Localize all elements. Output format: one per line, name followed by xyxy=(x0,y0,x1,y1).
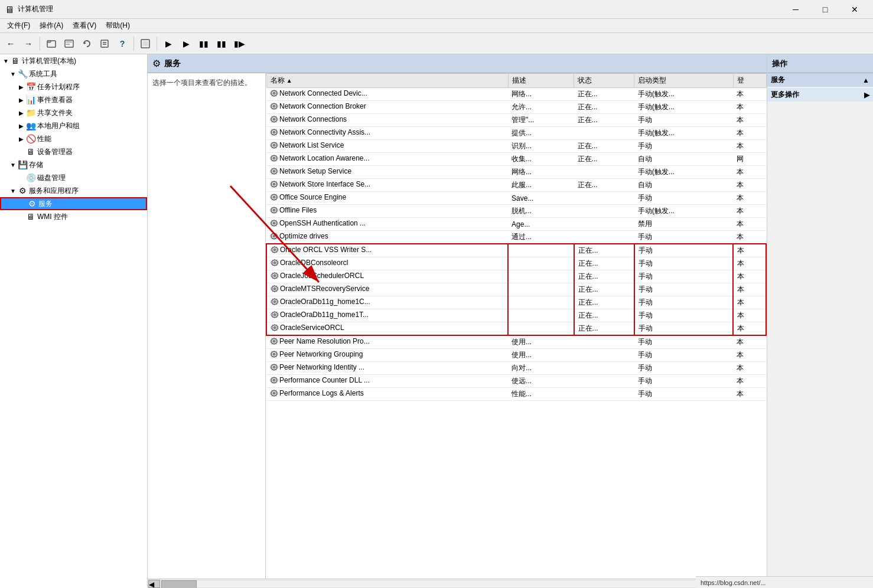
sidebar-item-shared-folders[interactable]: ▶ 📁 共享文件夹 xyxy=(0,106,147,119)
services-table-area[interactable]: 名称 ▲ 描述 状态 启动类型 登 Network C xyxy=(266,73,767,579)
sidebar-item-services-apps[interactable]: ▼ ⚙ 服务和应用程序 xyxy=(0,184,147,197)
properties-button[interactable] xyxy=(137,35,154,52)
service-name-cell[interactable]: Network List Service xyxy=(266,140,508,153)
tree-arrow-system-tools[interactable]: ▼ xyxy=(8,69,18,79)
service-name-cell[interactable]: Network Connections xyxy=(266,114,508,127)
table-row[interactable]: OracleOraDb11g_home1C... 正在...手动本 xyxy=(266,296,766,309)
table-row[interactable]: Peer Name Resolution Pro... 使用...手动本 xyxy=(266,335,766,349)
right-panel-section-services[interactable]: 服务 ▲ xyxy=(767,73,873,87)
resume-button[interactable]: ▶ xyxy=(178,35,194,52)
service-name-cell[interactable]: Optimize drives xyxy=(266,231,508,244)
sidebar-item-root[interactable]: ▼ 🖥 计算机管理(本地) xyxy=(0,54,147,67)
scroll-thumb[interactable] xyxy=(161,580,197,589)
sidebar-item-disk-management[interactable]: ▶ 💿 磁盘管理 xyxy=(0,171,147,184)
sidebar-item-wmi[interactable]: ▶ 🖥 WMI 控件 xyxy=(0,210,147,223)
right-panel-section-more[interactable]: 更多操作 ▶ xyxy=(767,88,873,102)
service-name-cell[interactable]: Network Connected Devic... xyxy=(266,88,508,101)
menu-file[interactable]: 文件(F) xyxy=(2,19,35,32)
service-name-cell[interactable]: Performance Logs & Alerts xyxy=(266,388,508,401)
table-row[interactable]: Offline Files 脱机...手动(触发...本 xyxy=(266,205,766,218)
table-row[interactable]: OracleServiceORCL 正在...手动本 xyxy=(266,322,766,336)
sidebar-item-performance[interactable]: ▶ 🚫 性能 xyxy=(0,132,147,145)
service-name-cell[interactable]: Network Connectivity Assis... xyxy=(266,127,508,140)
service-name-cell[interactable]: Office Source Engine xyxy=(266,192,508,205)
table-row[interactable]: OracleJobSchedulerORCL 正在...手动本 xyxy=(266,270,766,283)
table-row[interactable]: Network Connections 管理"...正在...手动本 xyxy=(266,114,766,127)
table-row[interactable]: OracleOraDb11g_home1T... 正在...手动本 xyxy=(266,309,766,322)
table-row[interactable]: Network List Service 识别...正在...手动本 xyxy=(266,140,766,153)
sidebar-item-event-viewer[interactable]: ▶ 📊 事件查看器 xyxy=(0,93,147,106)
service-name-cell[interactable]: Offline Files xyxy=(266,205,508,218)
sidebar-item-system-tools[interactable]: ▼ 🔧 系统工具 xyxy=(0,67,147,80)
col-header-name[interactable]: 名称 ▲ xyxy=(266,74,508,88)
restart-button[interactable]: ▮▶ xyxy=(231,35,247,52)
table-row[interactable]: Network Connection Broker 允许...正在...手动(触… xyxy=(266,101,766,114)
menu-help[interactable]: 帮助(H) xyxy=(101,19,135,32)
horizontal-scrollbar[interactable]: ◀ ▶ xyxy=(148,579,767,588)
service-name-cell[interactable]: OracleServiceORCL xyxy=(266,322,508,336)
pause-button[interactable]: ▮▮ xyxy=(213,35,230,52)
col-header-login[interactable]: 登 xyxy=(733,74,766,88)
tree-arrow-root[interactable]: ▼ xyxy=(1,56,11,66)
service-name-cell[interactable]: OracleOraDb11g_home1C... xyxy=(266,296,508,309)
service-name-cell[interactable]: Network Setup Service xyxy=(266,166,508,179)
col-header-startup[interactable]: 启动类型 xyxy=(634,74,733,88)
help-button[interactable]: ? xyxy=(114,35,131,52)
service-name-cell[interactable]: OracleDBConsoleorcl xyxy=(266,257,508,270)
close-button[interactable]: ✕ xyxy=(841,0,868,19)
table-row[interactable]: Peer Networking Identity ... 向对...手动本 xyxy=(266,362,766,375)
back-button[interactable]: ← xyxy=(2,35,19,52)
table-row[interactable]: Network Setup Service 网络...手动(触发...本 xyxy=(266,166,766,179)
table-row[interactable]: Office Source Engine Save...手动本 xyxy=(266,192,766,205)
tree-arrow-shared-folders[interactable]: ▶ xyxy=(17,108,26,117)
scroll-left-btn[interactable]: ◀ xyxy=(148,580,160,588)
service-name-cell[interactable]: OracleMTSRecoveryService xyxy=(266,283,508,296)
menu-action[interactable]: 操作(A) xyxy=(35,19,68,32)
tree-arrow-storage[interactable]: ▼ xyxy=(8,160,18,169)
table-row[interactable]: OpenSSH Authentication ... Age...禁用本 xyxy=(266,218,766,231)
sidebar-item-services[interactable]: ▶ ⚙ 服务 xyxy=(0,197,147,210)
start-button[interactable]: ▶ xyxy=(160,35,177,52)
sidebar-item-storage[interactable]: ▼ 💾 存储 xyxy=(0,158,147,171)
service-name-cell[interactable]: Oracle ORCL VSS Writer S... xyxy=(266,244,508,257)
export-button[interactable] xyxy=(96,35,113,52)
table-row[interactable]: Peer Networking Grouping 使用...手动本 xyxy=(266,349,766,362)
service-name-cell[interactable]: Network Connection Broker xyxy=(266,101,508,114)
tree-arrow-services-apps[interactable]: ▼ xyxy=(8,186,18,195)
service-name-cell[interactable]: Network Store Interface Se... xyxy=(266,179,508,192)
service-name-cell[interactable]: Peer Networking Identity ... xyxy=(266,362,508,375)
browse-button[interactable] xyxy=(43,35,60,52)
col-header-status[interactable]: 状态 xyxy=(574,74,634,88)
table-row[interactable]: OracleDBConsoleorcl 正在...手动本 xyxy=(266,257,766,270)
table-row[interactable]: Performance Logs & Alerts 性能...手动本 xyxy=(266,388,766,401)
scroll-track[interactable] xyxy=(161,580,754,588)
tree-arrow-event-viewer[interactable]: ▶ xyxy=(17,95,26,104)
service-name-cell[interactable]: Performance Counter DLL ... xyxy=(266,375,508,388)
table-row[interactable]: Network Store Interface Se... 此服...正在...… xyxy=(266,179,766,192)
service-name-cell[interactable]: Peer Networking Grouping xyxy=(266,349,508,362)
maximize-button[interactable]: □ xyxy=(812,0,839,19)
sidebar-item-local-users[interactable]: ▶ 👥 本地用户和组 xyxy=(0,119,147,132)
minimize-button[interactable]: ─ xyxy=(782,0,809,19)
refresh-button[interactable] xyxy=(79,35,95,52)
table-row[interactable]: Optimize drives 通过...手动本 xyxy=(266,231,766,244)
sidebar-item-device-manager[interactable]: ▶ 🖥 设备管理器 xyxy=(0,145,147,158)
console-button[interactable] xyxy=(61,35,77,52)
table-row[interactable]: Performance Counter DLL ... 使远...手动本 xyxy=(266,375,766,388)
service-name-cell[interactable]: OpenSSH Authentication ... xyxy=(266,218,508,231)
stop-button[interactable]: ▮▮ xyxy=(196,35,212,52)
service-name-cell[interactable]: OracleJobSchedulerORCL xyxy=(266,270,508,283)
tree-arrow-task-scheduler[interactable]: ▶ xyxy=(17,82,26,92)
table-row[interactable]: Network Connected Devic... 网络...正在...手动(… xyxy=(266,88,766,101)
forward-button[interactable]: → xyxy=(20,35,37,52)
col-header-desc[interactable]: 描述 xyxy=(508,74,574,88)
table-row[interactable]: Network Connectivity Assis... 提供...手动(触发… xyxy=(266,127,766,140)
table-row[interactable]: Network Location Awarene... 收集...正在...自动… xyxy=(266,153,766,166)
tree-arrow-performance[interactable]: ▶ xyxy=(17,134,26,143)
sidebar-item-task-scheduler[interactable]: ▶ 📅 任务计划程序 xyxy=(0,80,147,93)
table-row[interactable]: OracleMTSRecoveryService 正在...手动本 xyxy=(266,283,766,296)
service-name-cell[interactable]: OracleOraDb11g_home1T... xyxy=(266,309,508,322)
tree-arrow-local-users[interactable]: ▶ xyxy=(17,121,26,130)
menu-view[interactable]: 查看(V) xyxy=(68,19,101,32)
table-row[interactable]: Oracle ORCL VSS Writer S... 正在...手动本 xyxy=(266,244,766,257)
